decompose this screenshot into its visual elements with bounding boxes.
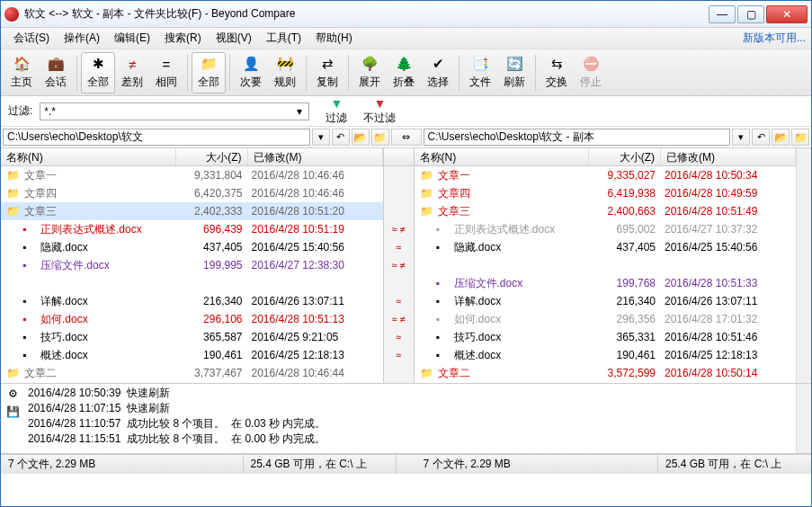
col-modified[interactable]: 已修改(M) (661, 148, 796, 165)
file-row[interactable]: ▪正则表达式概述.docx696,4392016/4/28 10:51:19 (1, 220, 383, 238)
file-row[interactable]: ▪隐藏.docx437,4052016/4/25 15:40:56 (415, 238, 797, 256)
folder-row[interactable]: 📁文章四6,419,9382016/4/28 10:49:59 (415, 184, 797, 202)
file-row[interactable] (415, 256, 797, 274)
menu-view[interactable]: 视图(V) (209, 29, 259, 48)
folder-row[interactable]: 📁文章三2,402,3332016/4/28 10:51:20 (1, 202, 383, 220)
clear-filter-button[interactable]: ▼不过滤 (358, 96, 401, 126)
status-bar: 7 个文件, 2.29 MB 25.4 GB 可用，在 C:\ 上 7 个文件,… (1, 454, 811, 474)
menu-help[interactable]: 帮助(H) (308, 29, 360, 48)
file-row[interactable]: ▪概述.docx190,4612016/4/25 12:18:13 (1, 346, 383, 364)
filter-input[interactable] (40, 102, 309, 120)
refresh-button[interactable]: 🔄刷新 (497, 52, 531, 93)
file-row[interactable]: ▪隐藏.docx437,4052016/4/25 15:40:56 (1, 238, 383, 256)
swap-paths-button[interactable]: ⇔ (391, 129, 422, 146)
folder-row[interactable]: 📁文章三2,400,6632016/4/28 10:51:49 (415, 202, 797, 220)
collapse-icon: 🌲 (395, 55, 413, 73)
col-name[interactable]: 名称(N) (1, 148, 176, 165)
collapse-button[interactable]: 🌲折叠 (387, 52, 421, 93)
diff-button[interactable]: ≠差别 (115, 52, 149, 93)
col-size[interactable]: 大小(Z) (176, 148, 248, 165)
same-button[interactable]: =相同 (149, 52, 183, 93)
rules-button[interactable]: 🚧规则 (268, 52, 302, 93)
folder-row[interactable]: 📁文章四6,420,3752016/4/28 10:46:46 (1, 184, 383, 202)
file-row[interactable]: ▪如何.docx296,1062016/4/28 10:51:13 (1, 310, 383, 328)
right-history-button[interactable]: ↶ (752, 129, 770, 146)
folder-row[interactable]: 📁文章一9,331,8042016/4/28 10:46:46 (1, 166, 383, 184)
file-row[interactable]: ▪详解.docx216,3402016/4/26 13:07:11 (415, 292, 797, 310)
menu-action[interactable]: 操作(A) (57, 29, 107, 48)
all-filter-button[interactable]: ✱全部 (81, 52, 115, 93)
file-row[interactable]: ▪正则表达式概述.docx695,0022016/4/27 10:37:32 (415, 220, 797, 238)
file-size: 695,002 (589, 223, 661, 236)
menu-edit[interactable]: 编辑(E) (107, 29, 157, 48)
left-path-dropdown[interactable]: ▾ (312, 129, 330, 146)
separator (348, 55, 349, 91)
minor-button[interactable]: 👤次要 (234, 52, 268, 93)
save-icon[interactable]: 💾 (6, 405, 20, 418)
folder-icon: 📁 (420, 367, 434, 379)
menu-search[interactable]: 搜索(R) (157, 29, 209, 48)
file-row[interactable]: ▪详解.docx216,3402016/4/26 13:07:11 (1, 292, 383, 310)
right-up-button[interactable]: 📁 (791, 129, 809, 146)
file-date: 2016/4/25 9:21:05 (248, 331, 383, 343)
left-browse-button[interactable]: 📂 (352, 129, 370, 146)
file-size: 3,737,467 (176, 367, 248, 379)
file-row[interactable]: ▪概述.docx190,4612016/4/25 12:18:13 (415, 346, 797, 364)
file-icon: ▪ (436, 277, 451, 289)
col-size[interactable]: 大小(Z) (589, 148, 661, 165)
expand-button[interactable]: 🌳展开 (352, 52, 387, 93)
file-row[interactable]: ▪压缩文件.docx199,9952016/4/27 12:38:30 (1, 256, 383, 274)
file-row[interactable]: ▪如何.docx296,3562016/4/28 17:01:32 (415, 310, 797, 328)
apply-filter-button[interactable]: ▼过滤 (320, 96, 352, 126)
menu-session[interactable]: 会话(S) (6, 29, 57, 48)
equal-icon: = (157, 55, 175, 73)
log-scrollbar[interactable] (796, 384, 811, 453)
funnel-x-icon: ▼ (373, 96, 386, 111)
left-file-list[interactable]: 📁文章一9,331,8042016/4/28 10:46:46📁文章四6,420… (1, 166, 383, 383)
copy-button[interactable]: ⇄复制 (310, 52, 344, 93)
home-button[interactable]: 🏠主页 (4, 52, 39, 93)
right-browse-button[interactable]: 📂 (772, 129, 790, 146)
menu-tools[interactable]: 工具(T) (259, 29, 308, 48)
minimize-button[interactable]: — (709, 5, 736, 23)
file-row[interactable]: ▪技巧.docx365,5872016/4/25 9:21:05 (1, 328, 383, 346)
refresh-icon: 🔄 (505, 55, 523, 73)
folder-row[interactable]: 📁文章二3,572,5992016/4/28 10:50:14 (415, 364, 797, 382)
diff-marker: ≈ (384, 292, 414, 310)
left-up-button[interactable]: 📁 (371, 129, 389, 146)
update-link[interactable]: 新版本可用... (743, 31, 806, 46)
right-path-dropdown[interactable]: ▾ (732, 129, 750, 146)
log-lines[interactable]: 2016/4/28 10:50:39 快速刷新2016/4/28 11:07:1… (24, 384, 796, 453)
scrollbar[interactable] (796, 148, 811, 383)
folder-row[interactable]: 📁文章二3,737,4672016/4/28 10:46:44 (1, 364, 383, 382)
folder-row[interactable]: 📁文章一9,335,0272016/4/28 10:50:34 (415, 166, 797, 184)
log-line: 2016/4/28 11:10:57 成功比较 8 个项目。 在 0.03 秒 … (28, 416, 792, 431)
close-button[interactable]: ✕ (766, 5, 808, 23)
briefcase-icon: 💼 (47, 55, 65, 73)
filter-dropdown-icon[interactable]: ▾ (297, 105, 302, 118)
left-header: 名称(N) 大小(Z) 已修改(M) (1, 148, 383, 166)
gear-icon[interactable]: ⚙ (8, 387, 18, 400)
left-path-input[interactable] (3, 129, 310, 146)
file-row[interactable]: ▪压缩文件.docx199,7682016/4/28 10:51:33 (415, 274, 797, 292)
col-name[interactable]: 名称(N) (415, 148, 590, 165)
left-history-button[interactable]: ↶ (332, 129, 350, 146)
struct-all-button[interactable]: 📁全部 (192, 52, 226, 93)
file-date: 2016/4/28 10:50:14 (661, 367, 796, 379)
right-file-list[interactable]: 📁文章一9,335,0272016/4/28 10:50:34📁文章四6,419… (415, 166, 797, 383)
file-size: 365,331 (589, 331, 661, 343)
file-name: 正则表达式概述.docx (40, 222, 176, 237)
file-row[interactable]: ▪技巧.docx365,3312016/4/28 10:51:46 (415, 328, 797, 346)
sessions-button[interactable]: 💼会话 (39, 52, 73, 93)
stop-button[interactable]: ⛔停止 (574, 52, 608, 93)
select-button[interactable]: ✔选择 (421, 52, 455, 93)
swap-button[interactable]: ⇆交换 (540, 52, 574, 93)
col-modified[interactable]: 已修改(M) (248, 148, 383, 165)
file-row[interactable] (1, 274, 383, 292)
maximize-button[interactable]: ▢ (737, 5, 764, 23)
files-button[interactable]: 📑文件 (463, 52, 497, 93)
copy-icon: ⇄ (318, 55, 336, 73)
file-date: 2016/4/28 10:51:33 (661, 277, 796, 289)
right-path-input[interactable] (424, 129, 731, 146)
file-icon: ▪ (22, 349, 37, 361)
